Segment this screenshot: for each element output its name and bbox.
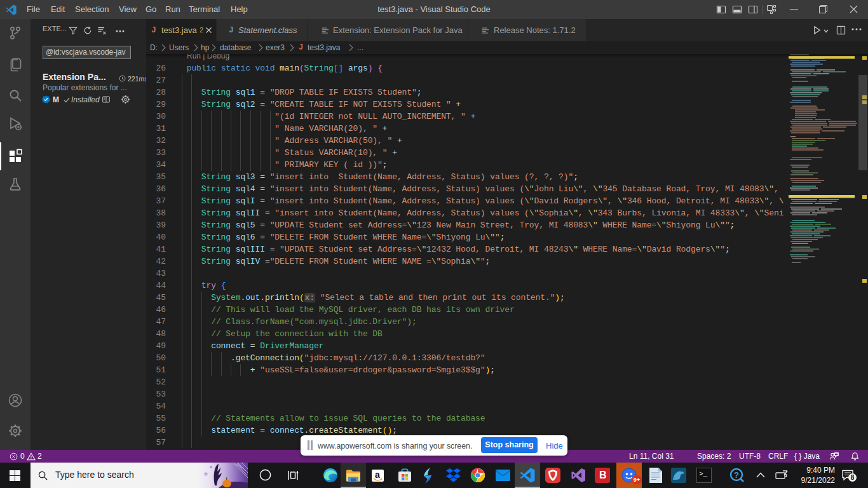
svg-text:?: ?	[734, 470, 739, 480]
